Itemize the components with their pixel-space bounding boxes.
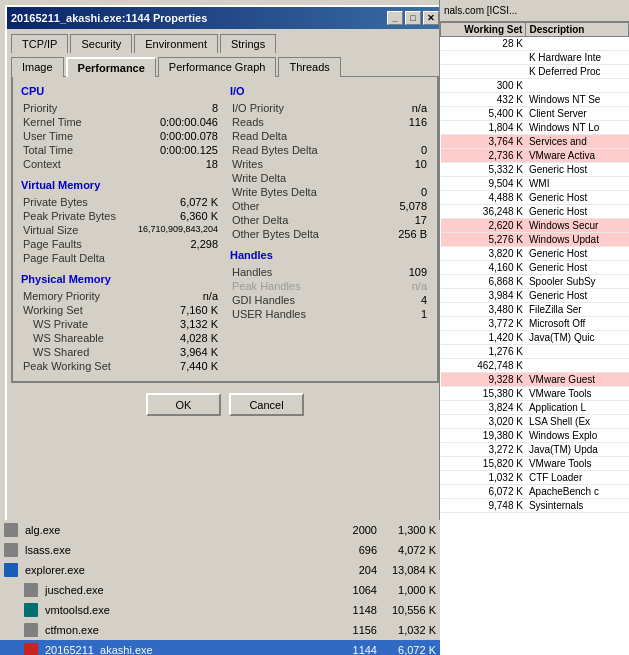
table-row: Other Delta 17 [230,213,429,227]
tab-threads[interactable]: Threads [278,57,340,77]
handles-peak-value: n/a [385,279,429,293]
table-row: Handles 109 [230,265,429,279]
process-icon [4,543,18,557]
desc-cell: Services and [526,135,629,149]
handles-table: Handles 109 Peak Handles n/a GDI Handles… [230,265,429,321]
table-row: Peak Private Bytes 6,360 K [21,209,220,223]
process-name: 20165211_akashi.exe [45,644,338,655]
desc-cell: FileZilla Ser [526,303,629,317]
cancel-button[interactable]: Cancel [229,393,304,416]
tab-content: CPU Priority 8 Kernel Time 0:00:00.046 U… [11,76,439,383]
desc-cell: Java(TM) Quic [526,331,629,345]
ws-cell: 5,400 K [441,107,526,121]
io-writes-value: 10 [376,157,429,171]
tab-tcpip[interactable]: TCP/IP [11,34,68,53]
table-row: 462,748 K [441,359,629,373]
tab-security[interactable]: Security [70,34,132,53]
task-row[interactable]: lsass.exe 696 4,072 K [0,540,440,560]
process-mem: 4,072 K [381,544,436,556]
task-row[interactable]: 20165211_akashi.exe 1144 6,072 K [0,640,440,655]
table-row: 15,820 KVMware Tools [441,457,629,471]
task-row[interactable]: jusched.exe 1064 1,000 K [0,580,440,600]
table-row: Total Time 0:00:00.125 [21,143,220,157]
table-row: WS Shareable 4,028 K [21,331,220,345]
task-row[interactable]: ctfmon.exe 1156 1,032 K [0,620,440,640]
handles-peak-label: Peak Handles [230,279,385,293]
tab-row-1: TCP/IP Security Environment Strings [7,29,443,52]
table-row: 9,748 KSysinternals [441,499,629,513]
process-pid: 1148 [342,604,377,616]
pm-peakws-label: Peak Working Set [21,359,158,373]
physical-memory-table: Memory Priority n/a Working Set 7,160 K … [21,289,220,373]
title-bar: 20165211_akashi.exe:1144 Properties _ □ … [7,7,443,29]
desc-cell: Client Server [526,107,629,121]
ws-cell: 5,332 K [441,163,526,177]
table-row: 1,804 KWindows NT Lo [441,121,629,135]
table-row: 3,820 KGeneric Host [441,247,629,261]
maximize-button[interactable]: □ [405,11,421,25]
task-row[interactable]: vmtoolsd.exe 1148 10,556 K [0,600,440,620]
col-description[interactable]: Description [526,23,629,37]
tab-strings[interactable]: Strings [220,34,276,53]
bg-table: Working Set Description 28 KK Hardware I… [440,22,629,513]
process-icon [4,563,18,577]
process-icon [4,523,18,537]
ws-cell: 2,736 K [441,149,526,163]
tab-environment[interactable]: Environment [134,34,218,53]
table-row: 19,380 KWindows Explo [441,429,629,443]
table-row: 3,020 KLSA Shell (Ex [441,415,629,429]
task-row[interactable]: explorer.exe 204 13,084 K [0,560,440,580]
tab-performance[interactable]: Performance [66,57,156,77]
process-name: alg.exe [25,524,338,536]
io-readdelta-label: Read Delta [230,129,376,143]
tab-performance-graph[interactable]: Performance Graph [158,57,277,77]
handles-count-label: Handles [230,265,385,279]
table-row: 15,380 KVMware Tools [441,387,629,401]
process-name: explorer.exe [25,564,338,576]
process-pid: 2000 [342,524,377,536]
virtual-memory-table: Private Bytes 6,072 K Peak Private Bytes… [21,195,220,265]
desc-cell: Generic Host [526,247,629,261]
table-row: I/O Priority n/a [230,101,429,115]
pm-wsprivate-label: WS Private [21,317,158,331]
table-row: 1,276 K [441,345,629,359]
table-row: Other Bytes Delta 256 B [230,227,429,241]
ws-cell: 462,748 K [441,359,526,373]
desc-cell: CTF Loader [526,471,629,485]
title-bar-buttons: _ □ ✕ [387,11,439,25]
desc-cell: K Hardware Inte [526,51,629,65]
ws-cell: 9,328 K [441,373,526,387]
table-row: Read Delta [230,129,429,143]
vm-peakprivate-value: 6,360 K [128,209,220,223]
table-row: 1,032 KCTF Loader [441,471,629,485]
table-row: Write Bytes Delta 0 [230,185,429,199]
table-row: 5,400 KClient Server [441,107,629,121]
desc-cell: Generic Host [526,261,629,275]
minimize-button[interactable]: _ [387,11,403,25]
desc-cell [526,345,629,359]
vm-pagefaults-label: Page Faults [21,237,128,251]
table-row: Working Set 7,160 K [21,303,220,317]
taskbar: alg.exe 2000 1,300 K lsass.exe 696 4,072… [0,520,440,650]
ws-cell: 300 K [441,79,526,93]
close-button[interactable]: ✕ [423,11,439,25]
process-pid: 1064 [342,584,377,596]
desc-cell: K Deferred Proc [526,65,629,79]
desc-cell: VMware Guest [526,373,629,387]
ws-cell: 9,748 K [441,499,526,513]
process-mem: 1,000 K [381,584,436,596]
table-row: K Deferred Proc [441,65,629,79]
desc-cell: Generic Host [526,289,629,303]
task-row[interactable]: alg.exe 2000 1,300 K [0,520,440,540]
dialog-buttons: OK Cancel [7,387,443,424]
io-reads-value: 116 [376,115,429,129]
process-name: lsass.exe [25,544,338,556]
process-mem: 1,300 K [381,524,436,536]
tab-image[interactable]: Image [11,57,64,77]
desc-cell: WMI [526,177,629,191]
col-workingset[interactable]: Working Set [441,23,526,37]
desc-cell: Windows Updat [526,233,629,247]
vm-pagefaultdelta-label: Page Fault Delta [21,251,128,265]
ok-button[interactable]: OK [146,393,221,416]
handles-gdi-value: 4 [385,293,429,307]
